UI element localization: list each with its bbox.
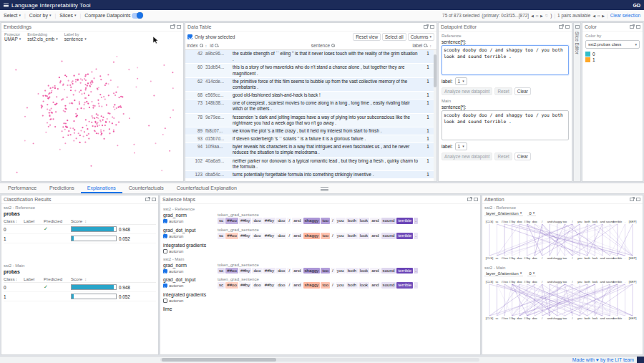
chevron-down-icon: ▾ (429, 35, 431, 39)
tab-counterfactual-explanation[interactable]: Counterfactual Explanation (170, 183, 243, 193)
search-icon[interactable] (200, 44, 204, 48)
label-by-select[interactable]: Label by sentence▾ (64, 32, 87, 44)
attention-head-select[interactable]: 0 ▾ (527, 210, 536, 216)
search-icon[interactable] (424, 44, 428, 48)
embedding-scatter (1, 44, 183, 181)
column-header-index[interactable]: index↕ (185, 43, 208, 48)
menu-icon[interactable] (4, 4, 9, 7)
random-pair-icon[interactable]: □ (597, 14, 600, 18)
prev-datapoint-icon[interactable]: ◀ (531, 14, 534, 18)
table-row[interactable]: 42 a9bc96... the subtle strength of `` e… (185, 50, 436, 64)
label-select[interactable]: 1 ▾ (455, 142, 467, 150)
clear-button[interactable]: Clear (514, 87, 531, 95)
autorun-checkbox[interactable]: autorun (163, 284, 215, 288)
attention-layer-select[interactable]: layer_0/attention ▾ (484, 210, 523, 216)
table-row[interactable]: 123 dba54c... turns potentially forgetta… (185, 171, 436, 179)
sort-icon[interactable]: ↕ (84, 277, 87, 281)
sort-icon[interactable]: ↕ (205, 44, 208, 48)
sentence-textarea[interactable]: scooby dooby doo / and shaggy too / you … (441, 110, 569, 140)
minimized-module-strip[interactable]: Slice Editor (573, 22, 581, 182)
expand-module-icon[interactable] (575, 25, 580, 29)
sort-icon[interactable]: ↕ (429, 44, 431, 48)
table-row[interactable]: 73 148b38... one of creepiest , scariest… (185, 100, 436, 113)
maximize-icon[interactable] (636, 25, 640, 29)
scrollbar-thumb[interactable] (162, 358, 276, 362)
random-datapoint-icon[interactable]: □ (536, 14, 538, 18)
maximize-icon[interactable] (636, 198, 640, 201)
only-show-selected-checkbox[interactable] (187, 34, 192, 39)
tab-counterfactuals[interactable]: Counterfactuals (122, 183, 170, 193)
table-row[interactable]: 93 d15b7d... if steven soderbergh 's `` … (185, 135, 436, 143)
table-row[interactable]: 78 9e79ee... fessenden 's dark and jolti… (185, 114, 436, 127)
menu-select[interactable]: Select ▾ (4, 13, 21, 18)
popout-icon[interactable] (145, 198, 150, 201)
clear-selection-link[interactable]: Clear selection (610, 13, 640, 18)
columns-button[interactable]: Columns ▾ (408, 33, 434, 41)
horizontal-scrollbar[interactable] (160, 358, 479, 362)
favorite-icon[interactable]: ♡ (545, 14, 548, 18)
maximize-icon[interactable] (177, 25, 181, 29)
popout-icon[interactable] (630, 25, 634, 29)
table-row[interactable]: 68 e569cc... good old-fashioned slash-an… (185, 92, 436, 100)
sentence-textarea[interactable]: scooby dooby doo / and shaggy too / you … (441, 45, 569, 75)
table-row[interactable]: 94 10f9aa... byler reveals his character… (185, 143, 436, 157)
attention-head-select[interactable]: 0 ▾ (527, 271, 536, 276)
svg-text:doo: doo (532, 316, 538, 320)
maximize-icon[interactable] (430, 25, 434, 29)
table-scrollbar[interactable] (434, 50, 436, 181)
search-icon[interactable] (215, 44, 219, 48)
svg-text:[SEP]: [SEP] (629, 316, 637, 320)
table-row[interactable]: 60 31db54... this is a story of two mave… (185, 64, 436, 77)
menu-slices[interactable]: Slices ▾ (59, 13, 76, 18)
tab-performance[interactable]: Performance (1, 183, 43, 193)
select-all-button[interactable]: Select all (382, 33, 406, 41)
autorun-checkbox[interactable]: autorun (163, 249, 215, 253)
sort-icon[interactable]: ↕ (84, 219, 87, 223)
embedding-select[interactable]: Embedding sst2:cls_emb▾ (27, 32, 57, 44)
popout-icon[interactable] (630, 198, 634, 201)
sort-icon[interactable]: ↕ (15, 277, 17, 281)
table-row[interactable]: 102 40a6a9... neither parker nor donovan… (185, 158, 436, 171)
table-row[interactable]: 62 414cde... the primitive force of this… (185, 78, 436, 92)
embedding-plot[interactable] (1, 44, 183, 181)
salience-token: terrible (396, 233, 413, 239)
reset-button[interactable]: Reset (494, 87, 512, 95)
scrollbar-thumb[interactable] (434, 54, 436, 87)
search-icon[interactable] (331, 44, 336, 48)
color-by-select[interactable]: sst2:probas class ▾ (585, 40, 640, 49)
attention-layer-select[interactable]: layer_0/attention ▾ (484, 271, 523, 276)
menu-color-by[interactable]: Color by ▾ (29, 13, 52, 18)
autorun-checkbox[interactable]: autorun (163, 234, 215, 238)
column-header-sentence[interactable]: sentence (235, 43, 411, 48)
popout-icon[interactable] (467, 198, 472, 201)
reset-button[interactable]: Reset (494, 153, 512, 160)
autorun-checkbox[interactable]: autorun (163, 299, 215, 303)
autorun-checkbox[interactable]: autorun (163, 269, 215, 274)
projector-select[interactable]: Projector UMAP▾ (4, 32, 21, 44)
table-row[interactable]: 89 fb8c07... we know the plot 's a littl… (185, 127, 436, 135)
popout-icon[interactable] (170, 25, 175, 29)
popout-icon[interactable] (559, 25, 563, 29)
maximize-icon[interactable] (152, 198, 156, 201)
compare-datapoints-toggle[interactable] (132, 13, 142, 19)
sort-icon[interactable]: ↕ (15, 219, 17, 223)
splitter-drag-handle[interactable] (321, 187, 328, 191)
prev-pair-icon[interactable]: ◀ (592, 14, 595, 18)
tab-explanations[interactable]: Explanations (81, 183, 122, 193)
avatar[interactable]: GD (633, 3, 641, 8)
analyze-new-datapoint-button[interactable]: Analyze new datapoint (441, 87, 492, 95)
reset-view-button[interactable]: Reset view (353, 33, 381, 41)
column-header-label[interactable]: label↕ (411, 43, 433, 48)
clear-button[interactable]: Clear (514, 153, 531, 160)
tab-predictions[interactable]: Predictions (43, 183, 81, 193)
popout-icon[interactable] (424, 25, 428, 29)
maximize-icon[interactable] (565, 25, 570, 29)
analyze-new-datapoint-button[interactable]: Analyze new datapoint (441, 153, 492, 160)
column-header-id[interactable]: id (208, 43, 235, 48)
next-pair-icon[interactable]: ▶ (602, 14, 605, 18)
maximize-icon[interactable] (474, 198, 478, 201)
label-select[interactable]: 1 ▾ (455, 77, 467, 85)
next-datapoint-icon[interactable]: ▶ (540, 14, 543, 18)
autorun-checkbox[interactable]: autorun (163, 219, 215, 223)
field-name: probas (4, 211, 156, 216)
